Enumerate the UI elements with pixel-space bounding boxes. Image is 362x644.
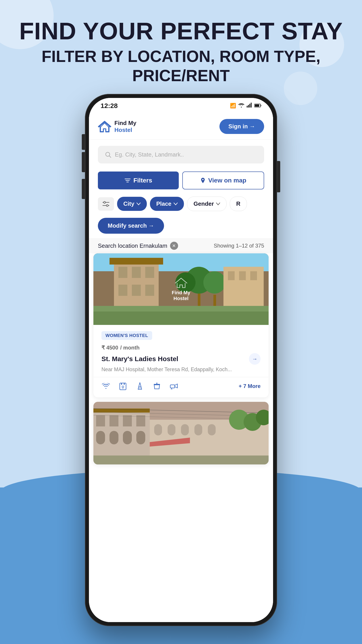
volume-up-button	[82, 152, 85, 172]
svg-point-12	[104, 202, 105, 203]
property-info-1: WOMEN'S HOSTEL ₹ 4500 / month St. Mary's…	[93, 325, 269, 397]
filter-row: Filters View on map	[89, 168, 273, 193]
svg-rect-63	[208, 424, 216, 435]
view-map-label: View on map	[208, 177, 247, 184]
search-section: Eg. City, State, Landmark..	[89, 140, 273, 168]
svg-rect-55	[109, 431, 118, 444]
modify-row: Modify search →	[89, 215, 273, 238]
battery-icon	[254, 103, 261, 109]
svg-rect-19	[132, 267, 141, 278]
svg-rect-0	[247, 106, 248, 108]
phone-device: 12:28 📶	[85, 94, 277, 626]
app-content: Find My Hostel Sign in → Eg. City, State…	[89, 114, 273, 622]
svg-rect-62	[194, 424, 202, 435]
filters-button[interactable]: Filters	[98, 172, 179, 190]
svg-rect-20	[145, 267, 154, 278]
place-chip[interactable]: Place	[150, 197, 184, 211]
signin-button[interactable]: Sign in →	[219, 119, 264, 134]
svg-rect-61	[181, 424, 189, 435]
settings-chip[interactable]	[98, 197, 114, 211]
status-bar: 12:28 📶	[89, 98, 273, 114]
svg-point-26	[203, 271, 226, 294]
svg-rect-32	[239, 271, 246, 280]
app-header: Find My Hostel Sign in →	[89, 114, 273, 140]
filter-icon	[124, 178, 131, 183]
svg-rect-22	[132, 285, 141, 296]
hero-subtitle: FILTER BY LOCATION, ROOM TYPE, PRICE/REN…	[0, 47, 362, 86]
svg-rect-50	[96, 415, 105, 426]
svg-rect-3	[251, 103, 252, 108]
svg-rect-60	[168, 424, 175, 435]
property-price-1: ₹ 4500 / month	[101, 343, 261, 351]
place-dropdown-icon	[174, 202, 178, 205]
hero-title: FIND YOUR PERFECT STAY	[0, 18, 362, 44]
svg-rect-53	[136, 415, 145, 426]
svg-rect-31	[228, 271, 235, 280]
power-button	[277, 161, 280, 192]
hero-section: FIND YOUR PERFECT STAY FILTER BY LOCATIO…	[0, 0, 362, 99]
results-count: Showing 1–12 of 375	[214, 242, 264, 249]
svg-rect-54	[96, 431, 105, 444]
rent-chip[interactable]: R	[230, 196, 247, 211]
silent-switch	[82, 134, 85, 150]
svg-rect-57	[136, 431, 145, 444]
city-chip[interactable]: City	[117, 197, 147, 211]
status-icons: 📶	[230, 103, 261, 109]
more-amenities-1[interactable]: + 7 More	[239, 383, 261, 389]
svg-rect-23	[145, 285, 154, 296]
modify-search-label: Modify search →	[108, 222, 154, 229]
wifi-icon	[238, 103, 245, 109]
location-tag[interactable]: Search location Ernakulam ✕	[98, 242, 178, 250]
amenity-cleaning	[135, 382, 144, 391]
svg-rect-56	[123, 431, 132, 444]
property-name-1: St. Mary's Ladies Hostel	[101, 355, 178, 363]
rent-chip-label: R	[236, 200, 240, 207]
svg-rect-52	[123, 415, 132, 426]
svg-rect-33	[250, 271, 257, 280]
modify-search-button[interactable]: Modify search →	[98, 218, 164, 234]
svg-rect-59	[154, 424, 162, 435]
close-location-button[interactable]: ✕	[170, 242, 178, 250]
property-address-1: Near MAJ Hospital, Mother Teresa Rd, Eda…	[101, 366, 261, 372]
status-time: 12:28	[100, 102, 118, 110]
amenity-cctv	[169, 382, 178, 391]
property-card-1[interactable]: Find MyHostel WOMEN'S HOSTEL ₹ 4500 / mo…	[93, 253, 269, 397]
location-label: Search location Ernakulam	[98, 242, 167, 249]
svg-rect-65	[93, 456, 269, 464]
property-arrow-1[interactable]: →	[249, 353, 261, 365]
property-card-2[interactable]	[93, 402, 269, 464]
city-chip-label: City	[123, 200, 134, 207]
property-image-2	[93, 402, 269, 464]
svg-rect-51	[109, 415, 118, 426]
watermark: Find MyHostel	[172, 277, 190, 302]
svg-rect-37	[121, 383, 122, 385]
property-image-1: Find MyHostel	[93, 253, 269, 325]
search-icon	[105, 152, 111, 158]
amenity-wifi	[101, 382, 110, 391]
volume-down-button	[82, 179, 85, 199]
divider-1	[93, 377, 269, 377]
svg-rect-38	[124, 383, 125, 385]
phone-screen: 12:28 📶	[89, 98, 273, 622]
search-input-wrap[interactable]: Eg. City, State, Landmark..	[98, 146, 264, 164]
signal-icon	[247, 103, 252, 109]
svg-rect-21	[118, 285, 127, 296]
place-chip-label: Place	[156, 200, 171, 207]
amenities-row-1: + 7 More	[101, 382, 261, 393]
svg-rect-2	[249, 104, 250, 108]
search-placeholder: Eg. City, State, Landmark..	[115, 151, 184, 158]
svg-point-39	[122, 386, 124, 388]
svg-rect-44	[156, 382, 157, 384]
filters-label: Filters	[133, 177, 152, 184]
gender-chip[interactable]: Gender	[187, 196, 227, 211]
logo-text: Find My Hostel	[114, 120, 136, 134]
logo-area: Find My Hostel	[98, 120, 136, 134]
amenity-locker	[118, 382, 127, 391]
svg-point-14	[106, 204, 108, 206]
svg-rect-6	[261, 105, 261, 106]
svg-rect-5	[255, 104, 259, 107]
results-header: Search location Ernakulam ✕ Showing 1–12…	[89, 238, 273, 253]
view-map-button[interactable]: View on map	[182, 172, 264, 190]
sliders-icon	[102, 201, 109, 207]
property-name-row-1: St. Mary's Ladies Hostel →	[101, 353, 261, 365]
